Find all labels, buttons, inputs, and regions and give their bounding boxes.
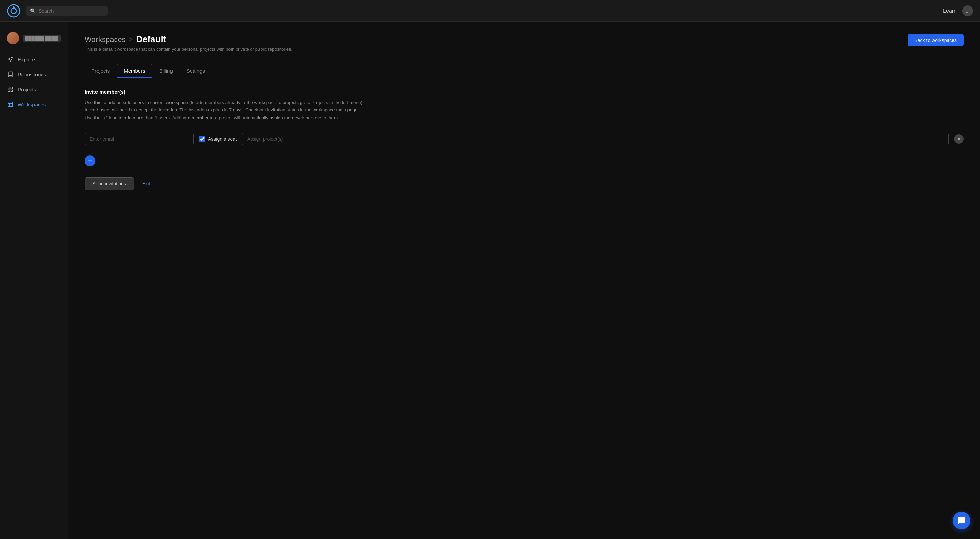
- compass-icon: [7, 56, 14, 63]
- invite-row: Assign a seat ✕: [84, 133, 964, 146]
- chat-icon: [957, 516, 966, 525]
- exit-button[interactable]: Exit: [142, 181, 150, 186]
- tabs: Projects Members Billing Settings: [84, 64, 964, 78]
- sidebar-item-label: Explore: [18, 57, 35, 62]
- layout-icon: [7, 101, 14, 108]
- learn-link[interactable]: Learn: [943, 8, 957, 14]
- invite-divider: [84, 149, 964, 150]
- sidebar-item-label: Repositories: [18, 71, 46, 77]
- avatar: [7, 32, 19, 44]
- book-icon: [7, 71, 14, 78]
- sidebar-item-projects[interactable]: Projects: [0, 82, 68, 96]
- grid-icon: [7, 86, 14, 93]
- search-icon: 🔍: [30, 8, 36, 14]
- invite-section: Invite member(s) Use this to add outside…: [84, 89, 964, 190]
- sidebar: ██████ ████ Explore Repositories: [0, 22, 68, 539]
- svg-marker-3: [8, 57, 13, 62]
- svg-rect-5: [11, 87, 13, 89]
- tab-projects[interactable]: Projects: [84, 64, 117, 78]
- assign-seat-text: Assign a seat: [208, 136, 237, 142]
- svg-rect-4: [8, 87, 10, 89]
- breadcrumb: Workspaces > Default: [84, 34, 292, 44]
- sidebar-nav: Explore Repositories: [0, 52, 68, 111]
- chat-support-button[interactable]: [953, 512, 970, 529]
- tab-billing[interactable]: Billing: [153, 64, 180, 78]
- tab-members[interactable]: Members: [117, 64, 153, 78]
- sidebar-item-label: Projects: [18, 87, 36, 92]
- user-menu-button[interactable]: ...: [962, 5, 973, 16]
- sidebar-user: ██████ ████: [0, 29, 68, 52]
- topbar: 🔍 Learn ...: [0, 0, 980, 22]
- sidebar-item-explore[interactable]: Explore: [0, 52, 68, 66]
- svg-rect-6: [8, 90, 10, 92]
- back-to-workspaces-button[interactable]: Back to workspaces: [908, 34, 964, 46]
- breadcrumb-current: Default: [136, 34, 166, 44]
- assign-seat-checkbox[interactable]: [199, 136, 205, 142]
- assign-projects-field[interactable]: [242, 133, 949, 146]
- clear-row-button[interactable]: ✕: [954, 134, 964, 144]
- app-logo: [7, 4, 21, 18]
- svg-point-1: [11, 8, 16, 14]
- breadcrumb-parent: Workspaces: [84, 35, 126, 44]
- breadcrumb-separator: >: [129, 36, 133, 43]
- invite-title: Invite member(s): [84, 89, 964, 95]
- send-invitations-button[interactable]: Send invitations: [84, 177, 134, 190]
- svg-point-2: [13, 6, 15, 8]
- main-layout: ██████ ████ Explore Repositories: [0, 22, 980, 539]
- page-subtitle: This is a default workspace that can con…: [84, 47, 292, 52]
- sidebar-item-label: Workspaces: [18, 101, 46, 107]
- username-label: ██████ ████: [22, 35, 61, 41]
- plus-icon: +: [88, 157, 92, 165]
- sidebar-item-repositories[interactable]: Repositories: [0, 67, 68, 81]
- page-header: Workspaces > Default This is a default w…: [84, 34, 964, 61]
- search-bar[interactable]: 🔍: [26, 6, 108, 16]
- email-field[interactable]: [84, 133, 194, 146]
- content-area: Workspaces > Default This is a default w…: [68, 22, 980, 539]
- add-more-button[interactable]: +: [84, 155, 95, 166]
- tab-settings[interactable]: Settings: [180, 64, 212, 78]
- sidebar-item-workspaces[interactable]: Workspaces: [0, 97, 68, 111]
- assign-seat-label[interactable]: Assign a seat: [199, 136, 237, 142]
- svg-rect-8: [8, 102, 13, 107]
- action-row: Send invitations Exit: [84, 177, 964, 190]
- svg-rect-7: [11, 90, 13, 92]
- invite-description: Use this to add outside users to current…: [84, 99, 364, 122]
- clear-icon: ✕: [957, 136, 961, 142]
- search-input[interactable]: [38, 8, 103, 14]
